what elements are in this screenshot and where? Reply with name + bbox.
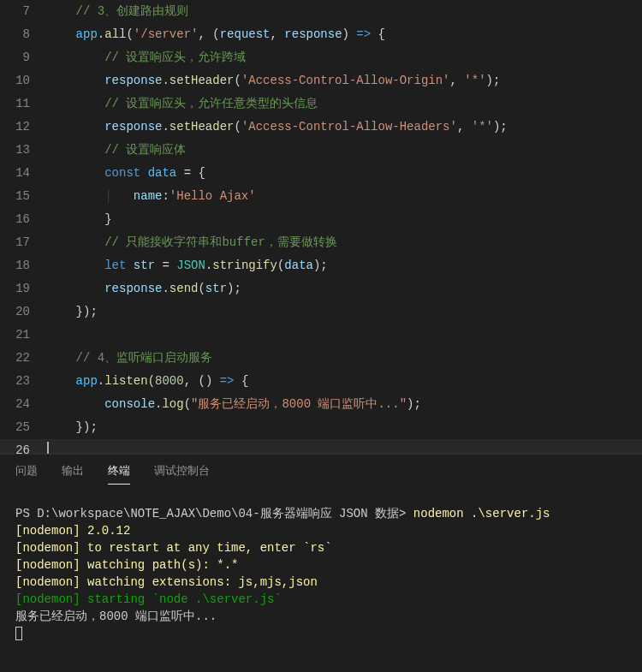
code-content: }); bbox=[47, 300, 642, 324]
line-number: 23 bbox=[0, 370, 47, 393]
code-line[interactable]: 26 bbox=[0, 439, 642, 454]
line-number: 14 bbox=[0, 162, 47, 185]
code-line[interactable]: 25 }); bbox=[0, 416, 642, 439]
line-number: 10 bbox=[0, 69, 47, 92]
code-line[interactable]: 8 app.all('/server', (request, response)… bbox=[0, 23, 642, 46]
line-number: 15 bbox=[0, 185, 47, 208]
code-content: // 设置响应头，允许任意类型的头信息 bbox=[47, 92, 642, 116]
code-content: response.setHeader('Access-Control-Allow… bbox=[47, 116, 642, 139]
terminal-line: PS D:\workspace\NOTE_AJAX\Demo\04-服务器端响应… bbox=[15, 505, 627, 522]
code-line[interactable]: 18 let str = JSON.stringify(data); bbox=[0, 254, 642, 277]
code-content bbox=[47, 439, 642, 454]
code-line[interactable]: 15 │ name:'Hello Ajax' bbox=[0, 185, 642, 208]
code-line[interactable]: 17 // 只能接收字符串和buffer，需要做转换 bbox=[0, 231, 642, 254]
code-line[interactable]: 13 // 设置响应体 bbox=[0, 139, 642, 162]
line-number: 26 bbox=[0, 439, 47, 454]
terminal-cursor-line bbox=[15, 625, 627, 642]
code-content: app.listen(8000, () => { bbox=[47, 370, 642, 393]
code-content: // 设置响应头，允许跨域 bbox=[47, 46, 642, 69]
line-number: 7 bbox=[0, 0, 47, 23]
line-number: 19 bbox=[0, 277, 47, 300]
code-line[interactable]: 19 response.send(str); bbox=[0, 277, 642, 300]
terminal-line: 服务已经启动，8000 端口监听中... bbox=[15, 608, 627, 625]
code-content: │ name:'Hello Ajax' bbox=[47, 185, 642, 208]
terminal-line: [nodemon] watching extensions: js,mjs,js… bbox=[15, 574, 627, 591]
code-content: // 3、创建路由规则 bbox=[47, 0, 642, 23]
code-content: }); bbox=[47, 416, 642, 439]
line-number: 21 bbox=[0, 324, 47, 347]
terminal-line: [nodemon] 2.0.12 bbox=[15, 522, 627, 539]
code-content bbox=[47, 324, 642, 347]
line-number: 9 bbox=[0, 46, 47, 69]
terminal-cursor bbox=[15, 627, 22, 640]
terminal-line: [nodemon] watching path(s): *.* bbox=[15, 556, 627, 574]
line-number: 24 bbox=[0, 393, 47, 416]
code-line[interactable]: 12 response.setHeader('Access-Control-Al… bbox=[0, 116, 642, 139]
terminal-line: [nodemon] starting `node .\server.js` bbox=[15, 591, 627, 608]
line-number: 8 bbox=[0, 23, 47, 46]
code-content: const data = { bbox=[47, 162, 642, 185]
code-line[interactable]: 24 console.log("服务已经启动，8000 端口监听中..."); bbox=[0, 393, 642, 416]
tab-output[interactable]: 输出 bbox=[62, 463, 84, 485]
code-line[interactable]: 20 }); bbox=[0, 300, 642, 324]
code-line[interactable]: 22 // 4、监听端口启动服务 bbox=[0, 347, 642, 370]
code-line[interactable]: 7 // 3、创建路由规则 bbox=[0, 0, 642, 23]
code-content: response.setHeader('Access-Control-Allow… bbox=[47, 69, 642, 92]
line-number: 22 bbox=[0, 347, 47, 370]
line-number: 18 bbox=[0, 254, 47, 277]
code-line[interactable]: 23 app.listen(8000, () => { bbox=[0, 370, 642, 393]
code-line[interactable]: 16 } bbox=[0, 208, 642, 231]
code-content: // 4、监听端口启动服务 bbox=[47, 347, 642, 370]
code-line[interactable]: 11 // 设置响应头，允许任意类型的头信息 bbox=[0, 92, 642, 116]
code-content: let str = JSON.stringify(data); bbox=[47, 254, 642, 277]
line-number: 16 bbox=[0, 208, 47, 231]
code-line[interactable]: 14 const data = { bbox=[0, 162, 642, 185]
line-number: 17 bbox=[0, 231, 47, 254]
code-content: console.log("服务已经启动，8000 端口监听中..."); bbox=[47, 393, 642, 416]
code-line[interactable]: 10 response.setHeader('Access-Control-Al… bbox=[0, 69, 642, 92]
code-content: // 设置响应体 bbox=[47, 139, 642, 162]
panel-tabs: 问题 输出 终端 调试控制台 bbox=[0, 455, 642, 490]
tab-debug-console[interactable]: 调试控制台 bbox=[154, 463, 210, 485]
tab-problems[interactable]: 问题 bbox=[15, 463, 38, 485]
terminal-output[interactable]: PS D:\workspace\NOTE_AJAX\Demo\04-服务器端响应… bbox=[0, 490, 642, 647]
code-line[interactable]: 21 bbox=[0, 324, 642, 347]
text-cursor bbox=[47, 442, 49, 454]
line-number: 25 bbox=[0, 416, 47, 439]
code-content: response.send(str); bbox=[47, 277, 642, 300]
code-editor[interactable]: 7 // 3、创建路由规则8 app.all('/server', (reque… bbox=[0, 0, 642, 454]
bottom-panel: 问题 输出 终端 调试控制台 PS D:\workspace\NOTE_AJAX… bbox=[0, 454, 642, 647]
line-number: 13 bbox=[0, 139, 47, 162]
line-number: 12 bbox=[0, 116, 47, 139]
line-number: 20 bbox=[0, 300, 47, 324]
tab-terminal[interactable]: 终端 bbox=[108, 463, 130, 485]
terminal-line: [nodemon] to restart at any time, enter … bbox=[15, 539, 627, 556]
code-content: app.all('/server', (request, response) =… bbox=[47, 23, 642, 46]
line-number: 11 bbox=[0, 92, 47, 116]
code-content: // 只能接收字符串和buffer，需要做转换 bbox=[47, 231, 642, 254]
code-content: } bbox=[47, 208, 642, 231]
code-line[interactable]: 9 // 设置响应头，允许跨域 bbox=[0, 46, 642, 69]
